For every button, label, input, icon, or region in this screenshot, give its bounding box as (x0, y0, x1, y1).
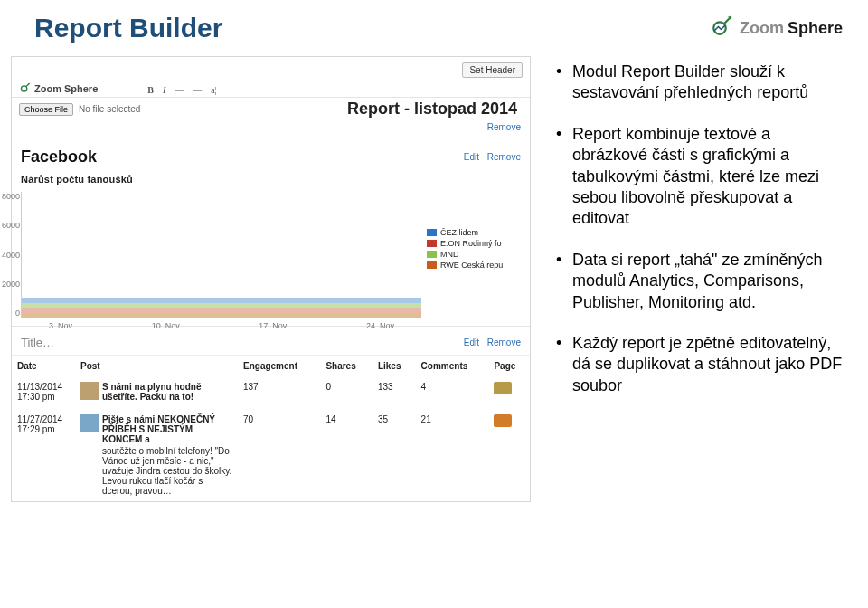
cell-shares: 14 (320, 409, 373, 501)
cell-engagement: 137 (238, 376, 320, 409)
cell-comments: 21 (416, 409, 489, 501)
ytick: 0 (0, 309, 20, 318)
date-line1: 11/13/2014 (17, 382, 70, 392)
heading-button[interactable]: — (172, 85, 186, 95)
remove-link[interactable]: Remove (487, 122, 521, 132)
brand-icon (709, 14, 736, 42)
zoomsphere-mini-logo: ZoomSphere (19, 82, 98, 95)
brand-text-zoom: Zoom (740, 19, 784, 38)
page-swatch (494, 414, 512, 427)
table-header-row: Date Post Engagement Shares Likes Commen… (12, 356, 530, 377)
col-post: Post (75, 356, 238, 377)
date-line2: 17:30 pm (17, 392, 70, 402)
col-date: Date (12, 356, 75, 377)
ytick: 2000 (0, 280, 20, 289)
chart-title: Nárůst počtu fanoušků (12, 166, 530, 188)
set-header-button[interactable]: Set Header (462, 62, 523, 78)
col-comments: Comments (416, 356, 489, 377)
date-line2: 17:29 pm (17, 424, 70, 434)
post-thumbnail (80, 382, 99, 400)
ytick: 4000 (0, 251, 20, 260)
legend-label: RWE Česká repu (440, 261, 503, 270)
legend-swatch (427, 229, 437, 236)
legend-label: E.ON Rodinný fo (440, 239, 502, 248)
cell-likes: 35 (373, 409, 416, 501)
legend-label: MND (440, 250, 459, 259)
cell-page (488, 376, 530, 409)
table-row: 11/27/2014 17:29 pm Pište s námi NEKONEČ… (12, 409, 530, 501)
col-page: Page (488, 356, 530, 377)
xtick: 10. Nov (152, 321, 180, 330)
chart-x-axis: 3. Nov 10. Nov 17. Nov 24. Nov (22, 321, 421, 330)
post-title: S námi na plynu hodně ušetříte. Packu na… (102, 382, 232, 402)
chart-series-bands (22, 298, 421, 318)
no-file-label: No file selected (79, 104, 140, 114)
app-screenshot: Set Header ZoomSphere B I — — a¦ Choose … (11, 56, 531, 502)
report-title-input[interactable]: Report - listopad 2014 (335, 100, 517, 119)
cell-date: 11/13/2014 17:30 pm (12, 376, 75, 409)
svg-line-4 (26, 83, 30, 87)
legend-swatch (427, 240, 437, 247)
page-swatch (494, 382, 512, 394)
cell-page (488, 409, 530, 501)
chart-y-axis: 8000 6000 4000 2000 0 (0, 192, 20, 318)
ytick: 6000 (0, 221, 20, 230)
legend-swatch (427, 251, 437, 258)
italic-button[interactable]: I (160, 85, 168, 95)
facebook-section-heading: Facebook (21, 147, 97, 166)
bullet-list: Modul Report Builder slouží k sestavován… (531, 56, 847, 502)
remove-link-2[interactable]: Remove (487, 152, 521, 162)
svg-point-3 (21, 85, 26, 90)
brand-text-sphere: Sphere (788, 19, 843, 38)
cell-date: 11/27/2014 17:29 pm (12, 409, 75, 501)
xtick: 24. Nov (366, 321, 394, 330)
legend-label: ČEZ lidem (440, 228, 478, 237)
edit-link-2[interactable]: Edit (464, 337, 479, 347)
col-shares: Shares (320, 356, 373, 377)
post-body: soutěžte o mobilní telefony! "Do Vánoc u… (102, 446, 232, 496)
table-title-input[interactable]: Title… (21, 336, 54, 349)
mini-brand-zoom: Zoom (34, 83, 61, 94)
edit-link[interactable]: Edit (464, 152, 479, 162)
size-button[interactable]: a¦ (208, 85, 219, 95)
xtick: 3. Nov (49, 321, 72, 330)
post-thumbnail (80, 414, 99, 432)
post-title: Pište s námi NEKONEČNÝ PŘÍBĚH S NEJISTÝM… (102, 414, 232, 444)
cell-shares: 0 (320, 376, 373, 409)
cell-post: S námi na plynu hodně ušetříte. Packu na… (75, 376, 238, 409)
choose-file-button[interactable]: Choose File (19, 103, 73, 116)
bullet-item: Report kombinuje textové a obrázkové čás… (556, 124, 847, 230)
bold-button[interactable]: B (145, 85, 156, 95)
cell-post: Pište s námi NEKONEČNÝ PŘÍBĚH S NEJISTÝM… (75, 409, 238, 501)
cell-likes: 133 (373, 376, 416, 409)
heading2-button[interactable]: — (190, 85, 204, 95)
remove-link-3[interactable]: Remove (487, 337, 521, 347)
posts-table: Date Post Engagement Shares Likes Commen… (12, 355, 530, 501)
ytick: 8000 (0, 192, 20, 201)
bullet-item: Modul Report Builder slouží k sestavován… (556, 62, 847, 104)
cell-comments: 4 (416, 376, 489, 409)
table-row: 11/13/2014 17:30 pm S námi na plynu hodn… (12, 376, 530, 409)
brand-mini-icon (19, 82, 32, 95)
mini-brand-sphere: Sphere (64, 83, 98, 94)
bullet-item: Každý report je zpětně editovatelný, dá … (556, 333, 847, 396)
bullet-item: Data si report „tahá" ze zmíněných modul… (556, 250, 847, 313)
fan-growth-chart: 8000 6000 4000 2000 0 3. Nov 10. Nov 17.… (21, 192, 521, 318)
date-line1: 11/27/2014 (17, 414, 70, 424)
col-engagement: Engagement (238, 356, 320, 377)
page-title: Report Builder (34, 13, 222, 43)
chart-legend: ČEZ lidem E.ON Rodinný fo MND RWE Česká … (427, 228, 521, 271)
xtick: 17. Nov (259, 321, 287, 330)
cell-engagement: 70 (238, 409, 320, 501)
col-likes: Likes (373, 356, 416, 377)
legend-swatch (427, 261, 437, 269)
brand-logo: ZoomSphere (709, 14, 843, 42)
